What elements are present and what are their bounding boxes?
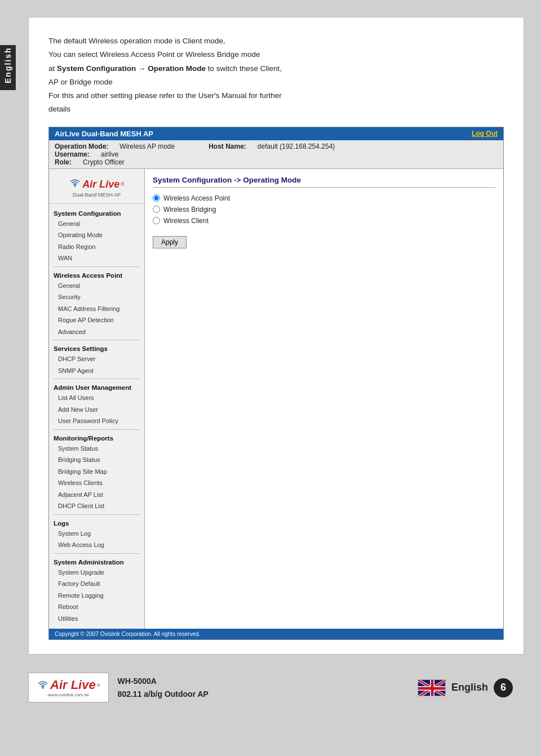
sidebar-item-system-upgrade[interactable]: System Upgrade <box>49 567 144 579</box>
uk-flag-icon <box>418 679 446 696</box>
intro-line6: details <box>48 103 504 116</box>
info-row-3: Role: Crypto Officer <box>55 158 498 166</box>
footer-logo-sub: www.ovislink.com.tw <box>48 692 89 697</box>
router-ui: AirLive Dual-Band MESH AP Log Out Operat… <box>48 127 504 641</box>
sidebar-item-operating-mode[interactable]: Operating Mode <box>49 229 144 241</box>
sidebar-divider-6 <box>54 553 140 554</box>
intro-line5: For this and other setting please refer … <box>48 89 504 103</box>
sidebar-divider-3 <box>54 379 140 379</box>
radio-wireless-bridging[interactable] <box>153 206 160 213</box>
sidebar-item-security[interactable]: Security <box>49 291 144 303</box>
radio-option-client: Wireless Client <box>153 217 495 225</box>
sidebar-item-utilities[interactable]: Utilities <box>49 613 144 625</box>
footer-flag-area: English 6 <box>418 678 513 697</box>
username-label: Username: <box>55 150 90 158</box>
page-title: System Configuration -> Operating Mode <box>153 176 495 188</box>
sidebar-item-system-log[interactable]: System Log <box>49 528 144 540</box>
intro-line1: The default Wireless operation mode is C… <box>48 34 504 48</box>
sidebar-section-wap: Wireless Access Point <box>49 269 144 280</box>
router-header: AirLive Dual-Band MESH AP Log Out <box>49 127 503 140</box>
sidebar-item-remote-logging[interactable]: Remote Logging <box>49 590 144 602</box>
role-value: Crypto Officer <box>83 158 125 166</box>
sidebar-item-add-user[interactable]: Add New User <box>49 404 144 416</box>
sidebar-item-list-users[interactable]: List All Users <box>49 392 144 404</box>
router-main-panel: System Configuration -> Operating Mode W… <box>145 169 503 629</box>
footer-logo-area: Air Live ® www.ovislink.com.tw <box>28 673 109 702</box>
sidebar-item-factory-default[interactable]: Factory Default <box>49 578 144 590</box>
intro-arrow: → <box>136 64 148 73</box>
svg-point-1 <box>42 687 44 689</box>
sidebar-divider-5 <box>54 514 140 515</box>
host-name-value: default (192.168.254.254) <box>258 143 335 150</box>
main-content: The default Wireless operation mode is C… <box>28 17 524 655</box>
sidebar-item-adjacent-ap[interactable]: Adjacent AP List <box>49 489 144 501</box>
sidebar-item-rogue-ap[interactable]: Rogue AP Detection <box>49 314 144 326</box>
sidebar-section-system-config: System Configuration <box>49 207 144 218</box>
radio-option-wap: Wireless Access Point <box>153 194 495 202</box>
role-label: Role: <box>55 158 72 166</box>
radio-wireless-ap-label: Wireless Access Point <box>163 194 230 202</box>
sidebar-item-radio-region[interactable]: Radio Region <box>49 241 144 253</box>
sidebar-section-monitoring: Monitoring/Reports <box>49 432 144 443</box>
footer-page-number: 6 <box>494 678 513 697</box>
sidebar-item-general-wap[interactable]: General <box>49 280 144 292</box>
sidebar-item-bridging-site-map[interactable]: Bridging Site Map <box>49 466 144 478</box>
sidebar: Air Live ® Dual-Band MESH AP System Conf… <box>49 169 145 629</box>
operation-mode-label: Operation Mode: <box>55 143 108 150</box>
router-info-bar: Operation Mode: Wireless AP mode Host Na… <box>49 140 503 169</box>
footer-logo-text: Air Live <box>50 678 96 692</box>
sidebar-item-web-access-log[interactable]: Web Access Log <box>49 539 144 551</box>
intro-line2: You can select Wireless Access Point or … <box>48 48 504 61</box>
operation-mode-value: Wireless AP mode <box>119 143 175 150</box>
sidebar-item-wan[interactable]: WAN <box>49 252 144 264</box>
username-value: airlive <box>101 150 118 158</box>
intro-line3-pre: at <box>48 64 57 73</box>
sidebar-item-dhcp-client-list[interactable]: DHCP Client List <box>49 500 144 512</box>
sidebar-item-system-status[interactable]: System Status <box>49 443 144 455</box>
radio-wireless-ap[interactable] <box>153 194 160 202</box>
intro-system-config: System Configuration <box>57 64 136 73</box>
svg-point-0 <box>74 185 76 186</box>
sidebar-divider-1 <box>54 266 140 267</box>
operating-mode-radio-group: Wireless Access Point Wireless Bridging … <box>153 194 495 225</box>
radio-wireless-client-label: Wireless Client <box>163 217 209 225</box>
footer-logo-reg: ® <box>97 683 100 688</box>
footer-english-label: English <box>451 682 488 693</box>
sidebar-item-reboot[interactable]: Reboot <box>49 601 144 613</box>
sidebar-section-services: Services Settings <box>49 343 144 353</box>
sidebar-item-snmp-agent[interactable]: SNMP Agent <box>49 365 144 377</box>
sidebar-divider-4 <box>54 429 140 430</box>
apply-button[interactable]: Apply <box>153 236 187 248</box>
info-row-2: Username: airlive <box>55 150 498 158</box>
footer-standard: 802.11 a/b/g Outdoor AP <box>118 688 209 700</box>
sidebar-section-sys-admin: System Administration <box>49 556 144 567</box>
footer-wifi-icon <box>37 680 49 690</box>
radio-option-bridging: Wireless Bridging <box>153 206 495 214</box>
intro-line4: AP or Bridge mode <box>48 75 504 89</box>
footer-model: WH-5000A 802.11 a/b/g Outdoor AP <box>118 675 209 700</box>
sidebar-section-logs: Logs <box>49 517 144 528</box>
router-body: Air Live ® Dual-Band MESH AP System Conf… <box>49 169 503 629</box>
radio-wireless-bridging-label: Wireless Bridging <box>163 206 216 214</box>
intro-line3-post: to switch these Client, <box>206 64 282 73</box>
sidebar-divider-2 <box>54 340 140 340</box>
intro-text: The default Wireless operation mode is C… <box>48 34 504 117</box>
sidebar-item-general-sys[interactable]: General <box>49 218 144 230</box>
footer-model-name: WH-5000A <box>118 675 209 687</box>
logout-button[interactable]: Log Out <box>472 130 498 137</box>
sidebar-logo: Air Live ® Dual-Band MESH AP <box>49 174 144 204</box>
sidebar-item-wireless-clients[interactable]: Wireless Clients <box>49 477 144 489</box>
sidebar-item-bridging-status[interactable]: Bridging Status <box>49 454 144 466</box>
radio-wireless-client[interactable] <box>153 217 160 224</box>
intro-operation-mode: Operation Mode <box>148 64 206 73</box>
router-footer: Copyright © 2007 Ovislink Corporation. A… <box>49 629 503 639</box>
sidebar-item-mac-filtering[interactable]: MAC Address Filtering <box>49 303 144 315</box>
intro-line3: at System Configuration → Operation Mode… <box>48 62 504 75</box>
router-title: AirLive Dual-Band MESH AP <box>55 130 153 138</box>
sidebar-section-admin: Admin User Management <box>49 381 144 392</box>
sidebar-item-advanced[interactable]: Advanced <box>49 326 144 338</box>
english-tab: English <box>0 45 16 90</box>
sidebar-item-password-policy[interactable]: User Password Policy <box>49 415 144 427</box>
sidebar-item-dhcp-server[interactable]: DHCP Server <box>49 353 144 365</box>
sidebar-logo-subtitle: Dual-Band MESH AP <box>52 192 141 198</box>
